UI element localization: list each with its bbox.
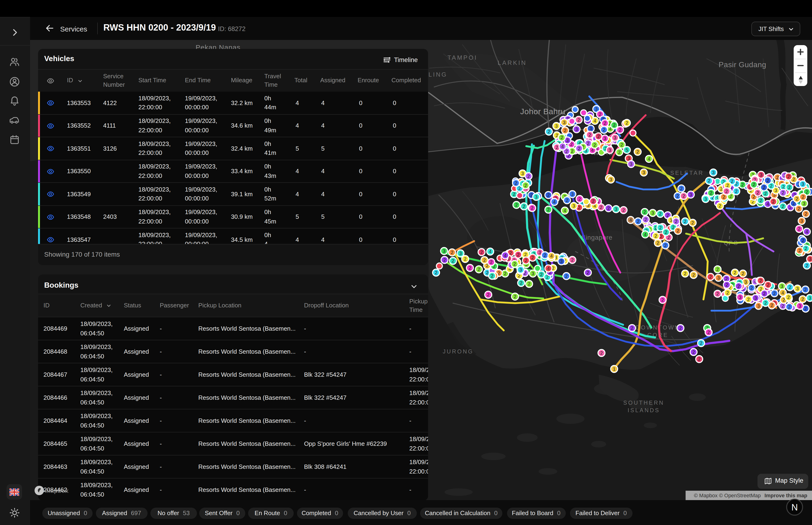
svg-text:3: 3 — [572, 203, 575, 208]
svg-text:2: 2 — [716, 291, 719, 296]
svg-text:2: 2 — [477, 267, 480, 272]
svg-text:2: 2 — [796, 196, 798, 201]
svg-text:2: 2 — [588, 132, 591, 137]
svg-text:3: 3 — [809, 256, 811, 261]
svg-text:3: 3 — [642, 170, 645, 175]
svg-text:3: 3 — [560, 259, 563, 264]
svg-text:2: 2 — [540, 272, 542, 277]
svg-text:3: 3 — [775, 188, 777, 193]
svg-text:2: 2 — [578, 146, 580, 151]
svg-text:3: 3 — [689, 192, 692, 197]
svg-text:2: 2 — [520, 280, 522, 286]
svg-text:2: 2 — [490, 259, 492, 265]
svg-text:2: 2 — [443, 257, 446, 262]
svg-text:3: 3 — [651, 210, 654, 215]
svg-text:2: 2 — [531, 255, 534, 260]
svg-text:3: 3 — [555, 123, 557, 129]
svg-text:2: 2 — [707, 330, 710, 335]
svg-text:3: 3 — [717, 275, 720, 280]
svg-text:JURONG: JURONG — [443, 348, 473, 355]
svg-text:2: 2 — [565, 149, 568, 154]
svg-text:2: 2 — [514, 261, 516, 267]
svg-text:2: 2 — [700, 341, 702, 346]
svg-text:3: 3 — [757, 303, 760, 309]
svg-text:TAMPOI: TAMPOI — [447, 54, 477, 61]
svg-text:3: 3 — [521, 171, 524, 176]
svg-text:2: 2 — [643, 209, 646, 214]
svg-text:3: 3 — [535, 194, 538, 199]
svg-text:4: 4 — [489, 249, 491, 254]
svg-text:3: 3 — [799, 303, 801, 309]
svg-text:2: 2 — [737, 284, 740, 289]
svg-text:2: 2 — [776, 175, 779, 180]
svg-text:3: 3 — [739, 295, 741, 300]
svg-text:2: 2 — [491, 273, 493, 279]
svg-text:2: 2 — [515, 180, 517, 186]
svg-text:2: 2 — [741, 271, 744, 276]
svg-text:2: 2 — [636, 149, 639, 154]
svg-text:2: 2 — [618, 150, 621, 155]
svg-text:4: 4 — [553, 199, 556, 205]
svg-text:4: 4 — [561, 144, 564, 149]
svg-text:2: 2 — [548, 129, 550, 134]
svg-text:2: 2 — [709, 274, 712, 280]
svg-text:4: 4 — [504, 253, 507, 258]
svg-text:2: 2 — [603, 121, 606, 126]
svg-text:LARKIN: LARKIN — [497, 59, 527, 66]
svg-text:2: 2 — [578, 205, 580, 210]
svg-text:2: 2 — [756, 190, 759, 195]
svg-text:2: 2 — [767, 282, 769, 287]
svg-text:2: 2 — [587, 141, 589, 146]
svg-text:4: 4 — [781, 290, 784, 296]
svg-text:2: 2 — [513, 192, 515, 197]
svg-text:2: 2 — [788, 185, 791, 190]
svg-text:2: 2 — [782, 190, 784, 195]
svg-text:2: 2 — [788, 285, 791, 290]
svg-text:2: 2 — [764, 300, 767, 305]
svg-text:2: 2 — [571, 257, 573, 262]
svg-text:2: 2 — [770, 303, 773, 308]
svg-text:2: 2 — [664, 243, 667, 248]
svg-text:2: 2 — [766, 178, 769, 183]
svg-text:4: 4 — [550, 253, 553, 258]
svg-text:2: 2 — [621, 142, 623, 147]
svg-text:2: 2 — [716, 267, 719, 272]
svg-text:2: 2 — [684, 271, 686, 276]
svg-text:3: 3 — [801, 181, 804, 186]
svg-text:2: 2 — [798, 248, 801, 253]
svg-text:2: 2 — [805, 246, 807, 251]
svg-text:3: 3 — [519, 267, 522, 272]
svg-text:2: 2 — [661, 297, 664, 302]
svg-text:3: 3 — [563, 120, 566, 125]
svg-text:2: 2 — [719, 203, 721, 208]
svg-text:3: 3 — [610, 177, 612, 182]
svg-text:4: 4 — [766, 201, 769, 207]
svg-text:2: 2 — [797, 206, 800, 211]
svg-text:3: 3 — [803, 201, 806, 206]
svg-text:2: 2 — [735, 189, 737, 194]
svg-text:2: 2 — [708, 178, 710, 183]
svg-text:2: 2 — [555, 133, 558, 138]
svg-text:2: 2 — [753, 182, 755, 187]
svg-text:2: 2 — [772, 199, 775, 204]
svg-text:5: 5 — [626, 147, 628, 152]
svg-text:3: 3 — [800, 218, 803, 224]
svg-text:2: 2 — [592, 198, 594, 204]
svg-text:3: 3 — [571, 192, 573, 197]
svg-text:3: 3 — [760, 172, 763, 177]
svg-text:4: 4 — [563, 208, 566, 213]
svg-text:2: 2 — [798, 226, 800, 231]
svg-text:2: 2 — [480, 250, 483, 255]
svg-text:2: 2 — [675, 219, 677, 224]
svg-text:2: 2 — [564, 128, 566, 133]
svg-text:2: 2 — [804, 287, 807, 292]
svg-text:2: 2 — [619, 127, 621, 133]
svg-text:2: 2 — [676, 193, 679, 198]
svg-text:2: 2 — [659, 225, 662, 230]
svg-text:2: 2 — [657, 240, 659, 245]
svg-text:3: 3 — [627, 156, 630, 161]
svg-text:2: 2 — [710, 190, 713, 196]
svg-text:3: 3 — [615, 207, 617, 212]
svg-text:2: 2 — [565, 273, 568, 279]
svg-text:3: 3 — [614, 135, 616, 140]
